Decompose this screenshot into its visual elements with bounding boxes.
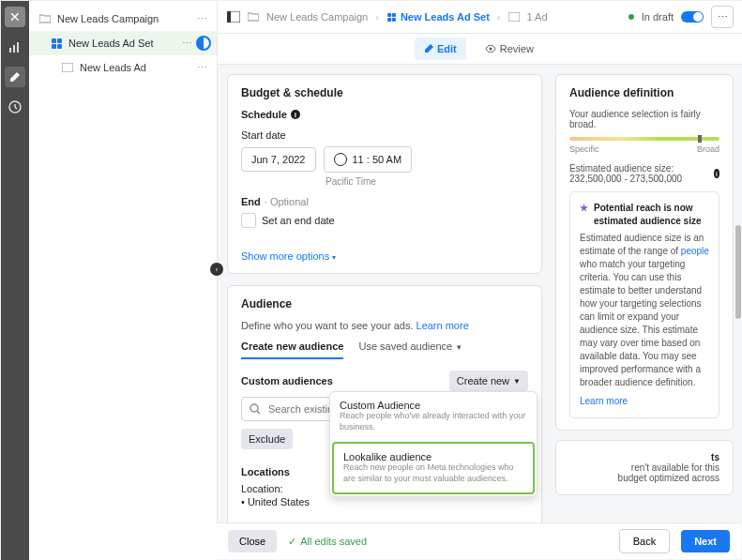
svg-rect-7: [508, 12, 520, 22]
star-icon: ★: [580, 202, 588, 228]
search-icon: [250, 403, 261, 415]
info-icon[interactable]: i: [714, 169, 719, 178]
crumb-ad[interactable]: 1 Ad: [527, 11, 548, 23]
breadcrumb-bar: New Leads Campaign › New Leads Ad Set › …: [218, 1, 742, 34]
svg-rect-2: [17, 42, 19, 53]
ad-icon: [508, 12, 520, 22]
info-box: ★Potential reach is now estimated audien…: [569, 191, 719, 418]
tab-review[interactable]: Review: [476, 38, 543, 60]
estimated-size: Estimated audience size: 232,500,000 - 2…: [569, 163, 719, 184]
status-dot-icon: [628, 14, 634, 20]
tab-edit[interactable]: Edit: [415, 38, 466, 60]
start-date-label: Start date: [241, 129, 528, 141]
audience-card: Audience Define who you want to see your…: [227, 285, 542, 552]
row-menu-icon[interactable]: ⋯: [193, 62, 211, 74]
location-value: • United States: [241, 496, 528, 507]
tab-bar: Edit Review: [218, 34, 742, 65]
close-button[interactable]: Close: [228, 530, 277, 552]
chevron-right-icon: ›: [375, 11, 379, 23]
status-text: In draft: [642, 11, 674, 23]
tree-ad-label: New Leads Ad: [80, 62, 193, 73]
footer-bar: Close ✓All edits saved Back Next: [217, 522, 741, 559]
progress-icon: [196, 36, 211, 51]
crumb-campaign[interactable]: New Leads Campaign: [266, 11, 368, 23]
chevron-down-icon: ▼: [513, 377, 521, 386]
start-time-input[interactable]: 11 : 50 AM: [324, 146, 413, 173]
svg-rect-6: [227, 11, 231, 23]
left-rail: ✕: [1, 1, 29, 560]
create-new-button[interactable]: Create new▼: [449, 371, 528, 391]
row-menu-icon[interactable]: ⋯: [178, 38, 196, 50]
collapse-tree-icon[interactable]: ‹: [210, 263, 223, 276]
info-body-text: Estimated audience size is an estimate o…: [580, 233, 709, 387]
timezone-label: Pacific Time: [326, 176, 528, 187]
svg-point-9: [250, 404, 258, 412]
ad-icon: [61, 63, 74, 72]
svg-rect-0: [9, 48, 11, 53]
folder-icon: [38, 14, 52, 23]
aud-def-text: Your audience selection is fairly broad.: [569, 109, 719, 129]
main-pane: New Leads Campaign › New Leads Ad Set › …: [218, 1, 742, 560]
crumb-adset[interactable]: New Leads Ad Set: [386, 11, 490, 23]
dropdown-custom-audience[interactable]: Custom Audience Reach people who've alre…: [330, 392, 537, 440]
tab-create-audience[interactable]: Create new audience: [241, 341, 343, 359]
adset-icon: [50, 38, 63, 49]
schedule-label: Schedulei: [241, 109, 528, 120]
chevron-right-icon: ›: [497, 11, 501, 23]
custom-audiences-label: Custom audiences: [241, 375, 333, 386]
audience-gauge: [569, 137, 719, 141]
audience-desc: Define who you want to see your ads. Lea…: [241, 320, 528, 331]
next-button[interactable]: Next: [681, 530, 730, 552]
exclude-button[interactable]: Exclude: [241, 429, 293, 449]
gauge-specific: Specific: [569, 144, 599, 154]
edit-icon[interactable]: [5, 67, 25, 87]
audience-definition-card: Audience definition Your audience select…: [555, 74, 734, 431]
start-date-input[interactable]: Jun 7, 2022: [241, 147, 316, 172]
create-new-dropdown: Custom Audience Reach people who've alre…: [329, 391, 538, 497]
show-more-link[interactable]: Show more options: [241, 250, 528, 262]
row-menu-icon[interactable]: ⋯: [193, 13, 211, 25]
budget-card: Budget & schedule Schedulei Start date J…: [227, 74, 542, 274]
svg-point-8: [489, 48, 492, 51]
tree-campaign[interactable]: New Leads Campaign ⋯: [29, 7, 217, 31]
set-end-date-checkbox[interactable]: Set an end date: [241, 213, 528, 228]
info-icon[interactable]: i: [291, 110, 300, 119]
learn-more-link[interactable]: Learn more: [580, 395, 709, 408]
secondary-card: ts ren't available for this budget optim…: [555, 440, 734, 495]
clock-icon[interactable]: [5, 97, 25, 117]
tree-adset[interactable]: New Leads Ad Set ⋯: [29, 31, 217, 55]
publish-toggle[interactable]: [681, 11, 704, 23]
end-date-label: End · Optional: [241, 196, 528, 207]
audience-heading: Audience: [241, 297, 528, 310]
panel-icon[interactable]: [227, 11, 240, 23]
scrollbar[interactable]: [735, 225, 741, 319]
tree-ad[interactable]: New Leads Ad ⋯: [29, 55, 217, 80]
svg-rect-1: [13, 45, 15, 53]
people-link[interactable]: people: [681, 246, 709, 256]
dropdown-lookalike-audience[interactable]: Lookalike audience Reach new people on M…: [332, 442, 535, 493]
folder-icon: [248, 12, 259, 22]
more-menu-button[interactable]: ⋯: [711, 6, 734, 28]
chart-icon[interactable]: [5, 37, 25, 57]
aud-def-heading: Audience definition: [569, 86, 719, 99]
tree-campaign-label: New Leads Campaign: [57, 13, 193, 24]
back-button[interactable]: Back: [619, 529, 670, 553]
saved-status: ✓All edits saved: [288, 536, 367, 548]
check-icon: ✓: [288, 536, 296, 548]
tab-saved-audience[interactable]: Use saved audience ▼: [358, 341, 462, 359]
gauge-broad: Broad: [697, 144, 719, 154]
clock-icon: [334, 153, 347, 166]
budget-heading: Budget & schedule: [241, 86, 528, 99]
learn-more-link[interactable]: Learn more: [416, 320, 469, 331]
tree-adset-label: New Leads Ad Set: [68, 38, 178, 49]
svg-rect-4: [62, 63, 73, 72]
campaign-tree: New Leads Campaign ⋯ New Leads Ad Set ⋯ …: [29, 1, 218, 560]
close-icon[interactable]: ✕: [5, 7, 25, 27]
